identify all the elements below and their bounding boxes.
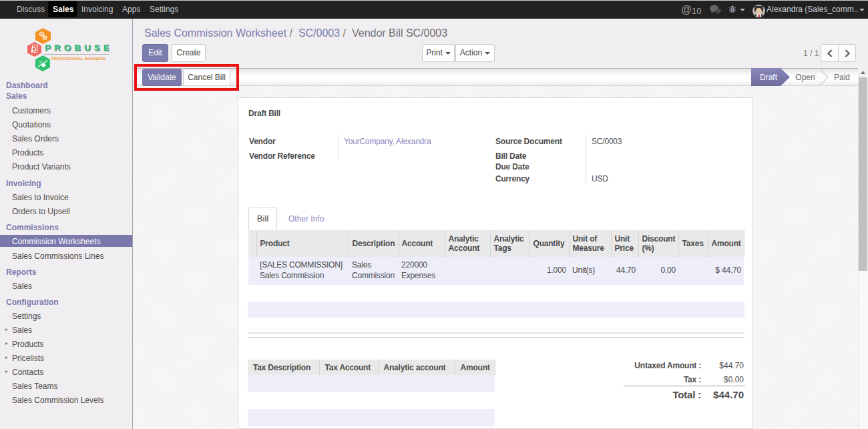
svg-text:Draft: Draft bbox=[760, 73, 778, 82]
svg-text:Open: Open bbox=[795, 73, 815, 82]
svg-text:Paid: Paid bbox=[834, 73, 850, 82]
